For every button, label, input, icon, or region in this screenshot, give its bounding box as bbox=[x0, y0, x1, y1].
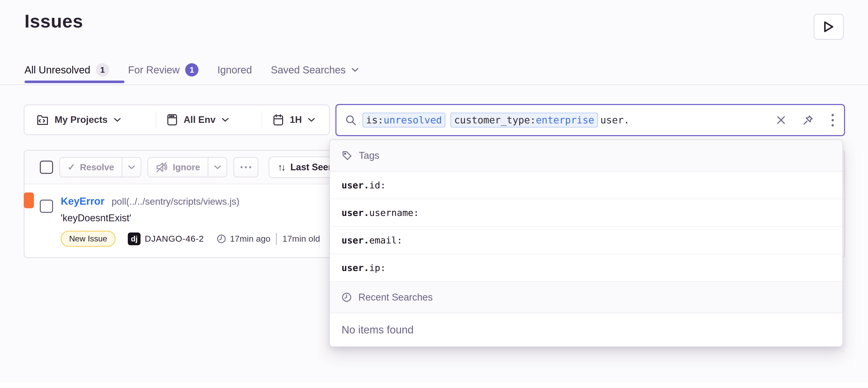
tab-label: For Review bbox=[128, 64, 180, 76]
time-range-filter[interactable]: 1H bbox=[262, 105, 329, 134]
tab-label: All Unresolved bbox=[25, 64, 90, 76]
check-icon: ✓ bbox=[68, 162, 75, 172]
tag-suggestion[interactable]: user.email: bbox=[330, 227, 842, 254]
filter-bar: My Projects All Env bbox=[24, 104, 330, 135]
issue-age: 17min old bbox=[282, 234, 320, 244]
tab-count-badge: 1 bbox=[96, 63, 109, 76]
tab-for-review[interactable]: For Review 1 bbox=[128, 63, 198, 76]
issue-checkbox[interactable] bbox=[40, 200, 53, 213]
no-items-message: No items found bbox=[330, 313, 842, 347]
sort-button-label: Last Seen bbox=[290, 162, 334, 172]
tab-saved-searches[interactable]: Saved Searches bbox=[271, 64, 359, 76]
issue-meta: New Issue dj DJANGO-46-2 17min ago 17min… bbox=[61, 231, 320, 247]
ignore-button[interactable]: Ignore bbox=[148, 158, 208, 177]
projects-icon bbox=[37, 114, 49, 125]
ignore-dropdown-arrow[interactable] bbox=[208, 158, 226, 177]
search-icon bbox=[345, 115, 356, 126]
recent-searches-header: Recent Searches bbox=[330, 282, 842, 313]
tags-section-header: Tags bbox=[330, 140, 842, 171]
ignore-split-button: Ignore bbox=[148, 157, 227, 177]
clear-search-icon[interactable] bbox=[776, 115, 786, 125]
tag-suggestion[interactable]: user.id: bbox=[330, 171, 842, 199]
play-icon bbox=[823, 21, 835, 33]
suggestion-typed-part: user. bbox=[342, 207, 369, 218]
suggestion-typed-part: user. bbox=[342, 263, 369, 273]
resolve-button[interactable]: ✓ Resolve bbox=[60, 158, 122, 177]
suggestion-rest: username: bbox=[369, 207, 419, 218]
chevron-down-icon bbox=[114, 118, 121, 122]
calendar-icon bbox=[273, 114, 284, 126]
tabs-divider bbox=[0, 85, 868, 85]
tags-header-label: Tags bbox=[359, 150, 379, 161]
meta-divider bbox=[276, 233, 277, 245]
tag-suggestion[interactable]: user.username: bbox=[330, 199, 842, 227]
new-issue-badge: New Issue bbox=[61, 231, 116, 247]
chevron-down-icon bbox=[222, 118, 229, 122]
tab-all-unresolved[interactable]: All Unresolved 1 bbox=[25, 63, 109, 76]
project-filter-label: My Projects bbox=[55, 115, 107, 125]
sort-arrows-icon: ↑↓ bbox=[278, 162, 286, 173]
ignore-button-label: Ignore bbox=[173, 162, 200, 172]
issue-location: poll(../../sentry/scripts/views.js) bbox=[112, 196, 240, 207]
suggestion-rest: id: bbox=[369, 180, 386, 190]
suggestion-rest: ip: bbox=[369, 263, 386, 273]
django-project-icon[interactable]: dj bbox=[128, 232, 141, 245]
issue-last-seen: 17min ago bbox=[230, 234, 270, 244]
environment-filter-label: All Env bbox=[184, 115, 216, 125]
tag-icon bbox=[342, 150, 352, 161]
search-typed-text: user. bbox=[600, 115, 629, 126]
recent-searches-label: Recent Searches bbox=[359, 292, 433, 303]
error-level-bar bbox=[24, 192, 34, 208]
tab-label: Saved Searches bbox=[271, 64, 346, 76]
suggestion-typed-part: user. bbox=[342, 180, 369, 190]
more-actions-button[interactable] bbox=[234, 157, 258, 177]
tab-bar: All Unresolved 1 For Review 1 Ignored Sa… bbox=[25, 63, 359, 76]
resolve-dropdown-arrow[interactable] bbox=[122, 158, 141, 177]
mute-icon bbox=[156, 162, 168, 172]
chevron-down-icon bbox=[351, 67, 359, 72]
page-title: Issues bbox=[25, 11, 83, 32]
token-key: customer_type: bbox=[454, 115, 536, 126]
search-token-list: is:unresolved customer_type:enterprise bbox=[363, 113, 598, 127]
tab-label: Ignored bbox=[217, 64, 252, 76]
tag-suggestion[interactable]: user.ip: bbox=[330, 254, 842, 282]
token-value: unresolved bbox=[383, 115, 442, 126]
token-value: enterprise bbox=[536, 115, 594, 126]
select-all-checkbox[interactable] bbox=[40, 161, 53, 174]
clock-icon bbox=[217, 234, 226, 244]
search-token[interactable]: customer_type:enterprise bbox=[451, 113, 598, 127]
suggestion-typed-part: user. bbox=[342, 235, 369, 246]
environment-filter[interactable]: All Env bbox=[156, 105, 262, 134]
issue-body: KeyError poll(../../sentry/scripts/views… bbox=[61, 196, 320, 247]
issue-title-link[interactable]: KeyError bbox=[61, 196, 104, 207]
issues-page: Issues All Unresolved 1 For Review 1 Ign… bbox=[0, 0, 868, 388]
active-tab-underline bbox=[25, 80, 124, 83]
pin-search-icon[interactable] bbox=[802, 114, 814, 126]
chevron-down-icon bbox=[214, 165, 221, 170]
resolve-split-button: ✓ Resolve bbox=[59, 157, 141, 177]
project-short-id[interactable]: DJANGO-46-2 bbox=[145, 234, 204, 244]
search-token[interactable]: is:unresolved bbox=[363, 113, 445, 127]
chevron-down-icon bbox=[128, 165, 135, 170]
tab-count-badge: 1 bbox=[185, 63, 198, 76]
resolve-button-label: Resolve bbox=[80, 162, 114, 172]
play-button[interactable] bbox=[814, 14, 844, 40]
search-autocomplete-dropdown: Tags user.id: user.username: user.email:… bbox=[329, 139, 843, 347]
chevron-down-icon bbox=[308, 118, 315, 122]
clock-icon bbox=[342, 292, 352, 302]
issue-message: 'keyDoesntExist' bbox=[61, 213, 320, 224]
suggestion-rest: email: bbox=[369, 235, 402, 246]
page-bottom-strip bbox=[0, 382, 868, 388]
environment-icon bbox=[167, 114, 178, 126]
search-overflow-menu-icon[interactable] bbox=[830, 112, 835, 128]
time-range-filter-label: 1H bbox=[290, 115, 302, 125]
search-input[interactable]: is:unresolved customer_type:enterprise u… bbox=[335, 104, 845, 136]
tab-ignored[interactable]: Ignored bbox=[217, 64, 252, 76]
token-key: is: bbox=[366, 115, 383, 126]
project-filter[interactable]: My Projects bbox=[25, 105, 156, 134]
